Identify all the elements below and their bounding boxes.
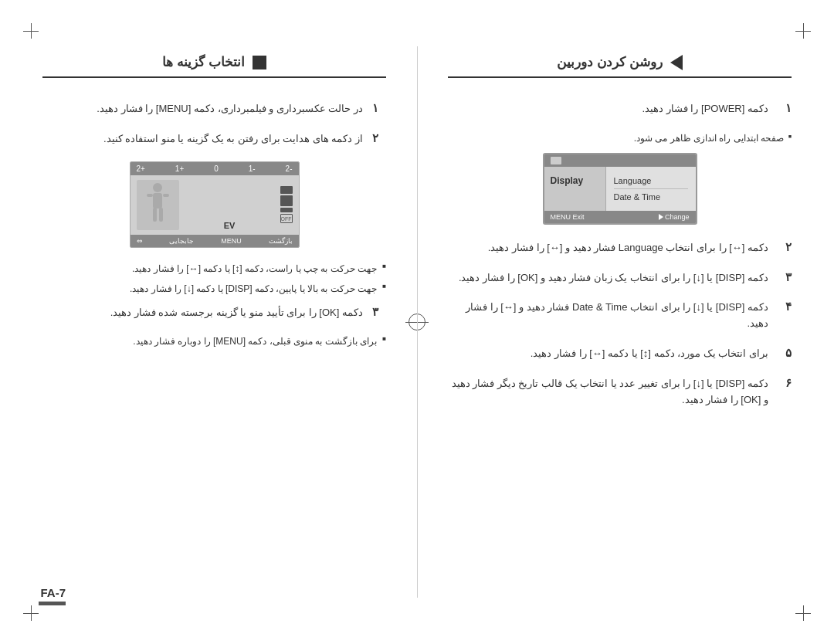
right-step-2: ٢ دکمه [↔] را برای انتخاب Language فشار … — [448, 240, 792, 256]
step-text-2: از دکمه های هدایت برای رفتن به یک گزینه … — [103, 131, 363, 147]
screen-right-panel: Language Date & Time — [606, 167, 696, 211]
screen-left-panel: Display — [544, 167, 606, 211]
screen-menu-icon — [551, 157, 561, 164]
ev-mark-2: -1 — [249, 164, 256, 173]
right-step-num-5: ۵ — [778, 346, 792, 360]
right-step-6: ۶ دکمه [DISP] یا [↓] را برای تغییر عدد ی… — [448, 376, 792, 408]
ev-icon-4: OFF — [280, 214, 293, 223]
right-panel: روشن کردن دوربین ١ دکمه [POWER] را فشار … — [417, 0, 834, 644]
ev-icon-3 — [280, 208, 293, 212]
left-step-3: ٣ دکمه [OK] را برای تأیید منو یا گزینه ب… — [42, 305, 386, 321]
camera-screen: Display Language Date & Time MENU Exit C… — [543, 153, 697, 225]
screen-display-label: Display — [551, 175, 584, 186]
left-header: انتخاب گزینه ها — [42, 54, 386, 78]
ev-label: EV — [224, 221, 236, 230]
screen-exit-label: MENU Exit — [551, 213, 585, 221]
ev-scale-bar: -2 -1 0 +1 +2 — [131, 162, 299, 175]
right-step-num-2: ٢ — [778, 240, 792, 254]
ev-mark-4: +1 — [175, 164, 184, 173]
svg-rect-2 — [153, 208, 157, 222]
ev-figure — [137, 180, 179, 230]
right-step-text-5: برای انتخاب یک مورد، دکمه [↕] یا دکمه [↔… — [448, 346, 768, 362]
step-text-3: دکمه [OK] را برای تأیید منو یا گزینه برج… — [110, 305, 363, 321]
ev-icon-2 — [280, 195, 293, 206]
ev-bottom-bar: بازگشت MENU جابجایی ⇔ — [131, 235, 299, 247]
right-header-title: روشن کردن دوربین — [557, 54, 662, 70]
left-header-title: انتخاب گزینه ها — [162, 54, 244, 70]
right-step-4: ۴ دکمه [DISP] یا [↓] را برای انتخاب Date… — [448, 300, 792, 332]
ev-scale-marks: -2 -1 0 +1 +2 — [137, 164, 293, 173]
step-num-2: ٢ — [372, 131, 386, 145]
right-bullet-1: صفحه ابتدایی راه اندازی ظاهر می شود. — [448, 131, 792, 145]
ev-back-label: بازگشت — [269, 237, 293, 245]
svg-point-0 — [153, 183, 162, 192]
left-bullet-3: برای بازگشت به منوی قبلی، دکمه [MENU] را… — [42, 334, 386, 348]
left-panel: انتخاب گزینه ها ١ در حالت عکسبرداری و فی… — [0, 0, 417, 644]
right-step-num-3: ٣ — [778, 270, 792, 284]
header-square-icon — [253, 56, 266, 69]
ev-icons: OFF — [280, 186, 293, 223]
page-number-section: FA-7 — [39, 586, 66, 605]
ev-icon-1 — [280, 186, 293, 194]
screen-top-bar — [544, 154, 696, 167]
right-step-text-4: دکمه [DISP] یا [↓] را برای انتخاب Date &… — [448, 300, 768, 332]
svg-rect-3 — [159, 208, 163, 222]
ev-mark-1: -2 — [286, 164, 293, 173]
arrow-right-icon — [659, 214, 663, 220]
ev-mark-5: +2 — [137, 164, 145, 173]
right-step-text-2: دکمه [↔] را برای انتخاب Language فشار ده… — [448, 240, 768, 256]
ev-select-label: جابجایی — [169, 237, 194, 245]
step-text-1: در حالت عکسبرداری و فیلمبرداری، دکمه [ME… — [97, 101, 363, 117]
page: انتخاب گزینه ها ١ در حالت عکسبرداری و فی… — [0, 0, 834, 644]
right-step-num-4: ۴ — [778, 300, 792, 314]
right-step-num-6: ۶ — [778, 376, 792, 390]
step-num-1: ١ — [372, 101, 386, 115]
svg-rect-4 — [147, 194, 153, 197]
svg-rect-5 — [163, 194, 169, 197]
right-step-1: ١ دکمه [POWER] را فشار دهید. — [448, 101, 792, 117]
right-step-num-1: ١ — [778, 101, 792, 115]
step-num-3: ٣ — [372, 305, 386, 319]
ev-body: OFF EV — [131, 175, 299, 235]
right-step-3: ٣ دکمه [DISP] یا [↓] را برای انتخاب یک ز… — [448, 270, 792, 286]
menu-label: MENU — [221, 237, 242, 245]
page-number-bar — [39, 602, 66, 605]
right-step-text-6: دکمه [DISP] یا [↓] را برای تغییر عدد یا … — [448, 376, 768, 408]
left-content: ١ در حالت عکسبرداری و فیلمبرداری، دکمه [… — [42, 101, 386, 348]
left-step-1: ١ در حالت عکسبرداری و فیلمبرداری، دکمه [… — [42, 101, 386, 117]
ev-mark-3: 0 — [214, 164, 219, 173]
screen-body: Display Language Date & Time — [544, 167, 696, 211]
screen-change-label: Change — [659, 213, 690, 221]
left-step-2: ٢ از دکمه های هدایت برای رفتن به یک گزین… — [42, 131, 386, 147]
ev-widget: -2 -1 0 +1 +2 OFF EV — [130, 161, 300, 248]
change-text: Change — [665, 213, 690, 221]
page-number: FA-7 — [39, 586, 66, 599]
svg-rect-1 — [153, 193, 162, 208]
right-step-5: ۵ برای انتخاب یک مورد، دکمه [↕] یا دکمه … — [448, 346, 792, 362]
figure-svg — [141, 181, 175, 228]
left-bullet-2: جهت حرکت به بالا یا پایین، دکمه [DISP] ی… — [42, 282, 386, 296]
screen-menu-datetime: Date & Time — [614, 189, 688, 205]
right-header: روشن کردن دوربین — [448, 54, 792, 78]
menu-exit-text: MENU Exit — [551, 213, 585, 221]
screen-menu-language: Language — [614, 173, 688, 189]
right-step-text-3: دکمه [DISP] یا [↓] را برای انتخاب یک زبا… — [448, 270, 768, 286]
left-bullet-1: جهت حرکت به چپ یا راست، دکمه [↕] یا دکمه… — [42, 262, 386, 276]
right-step-text-1: دکمه [POWER] را فشار دهید. — [448, 101, 768, 117]
header-triangle-icon — [670, 55, 683, 70]
arrows-icon: ⇔ — [137, 237, 143, 245]
screen-bottom-bar: MENU Exit Change — [544, 211, 696, 223]
